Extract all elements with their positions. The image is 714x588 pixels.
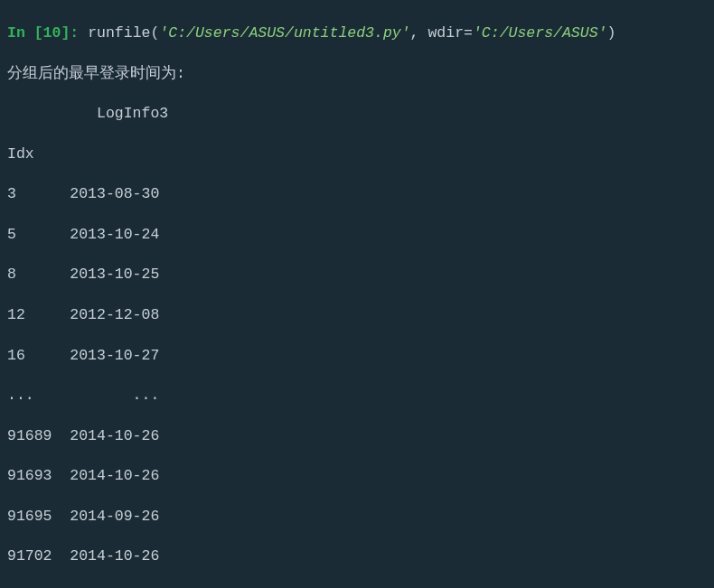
script-path: 'C:/Users/ASUS/untitled3.py': [159, 24, 409, 42]
table-row: 91693 2014-10-26: [7, 466, 709, 486]
comma: ,: [410, 24, 428, 42]
table-row: 16 2013-10-27: [7, 346, 709, 366]
wdir-kwarg: wdir=: [427, 24, 473, 42]
wdir-path: 'C:/Users/ASUS': [473, 24, 607, 42]
table-row: 91702 2014-10-26: [7, 546, 709, 566]
ipython-console[interactable]: In [10]: runfile('C:/Users/ASUS/untitled…: [0, 0, 714, 588]
in-prompt-num: 10: [43, 24, 61, 42]
in-prompt-close: ]:: [61, 24, 88, 42]
table-row: 5 2013-10-24: [7, 225, 709, 245]
table-row: 8 2013-10-25: [7, 265, 709, 285]
table-row: 12 2012-12-08: [7, 305, 709, 325]
table-row: 91689 2014-10-26: [7, 426, 709, 446]
runfile-call: runfile: [88, 24, 150, 42]
table-row: 3 2013-08-30: [7, 184, 709, 204]
close-paren: ): [606, 24, 615, 42]
table-row: 91695 2014-09-26: [7, 507, 709, 527]
section1-idx-label: Idx: [7, 145, 709, 164]
in-prompt-open: In [: [7, 24, 43, 42]
section1-col-header: LogInfo3: [7, 104, 709, 124]
section1-title: 分组后的最早登录时间为:: [7, 64, 709, 84]
input-line: In [10]: runfile('C:/Users/ASUS/untitled…: [7, 23, 709, 43]
table-row: ... ...: [7, 386, 709, 406]
open-paren: (: [150, 24, 159, 42]
